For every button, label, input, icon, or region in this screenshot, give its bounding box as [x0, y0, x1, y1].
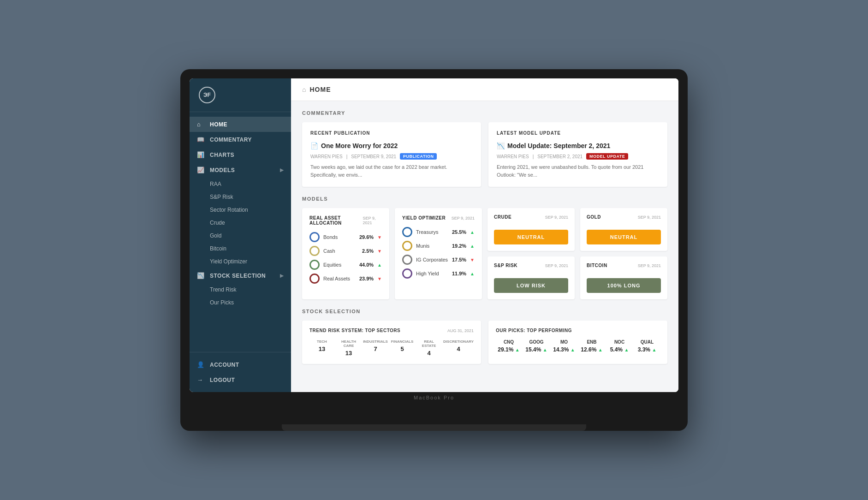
sidebar-item-stock-selection[interactable]: 📉 STOCK SELECTION ▶: [190, 268, 291, 283]
sector-health: HEALTH CARE 13: [336, 339, 361, 357]
sidebar-item-account[interactable]: 👤 ACCOUNT: [190, 357, 291, 372]
model-date: SEP 9, 2021: [545, 215, 568, 220]
model-name: S&P RISK: [494, 263, 517, 268]
model-date: SEP 9, 2021: [363, 216, 382, 225]
alloc-donut: [402, 255, 412, 265]
sidebar-sub-label: Bitcoin: [210, 245, 226, 252]
page-header: ⌂ HOME: [291, 78, 678, 101]
sector-val: 4: [416, 350, 441, 357]
alloc-pct: 29.6%: [359, 234, 374, 240]
sidebar-logo: ЭF: [190, 78, 291, 112]
sector-name: HEALTH CARE: [336, 339, 361, 348]
pub-badge: PUBLICATION: [400, 153, 437, 160]
pick-pct: 3.3% ▲: [634, 346, 660, 353]
sidebar-sub-label: Yield Optimizer: [210, 258, 247, 265]
content-area: COMMENTARY RECENT PUBLICATION 📄 One More…: [291, 101, 678, 392]
sidebar-sub-yield-optimizer[interactable]: Yield Optimizer: [190, 255, 291, 268]
alloc-donut: [309, 274, 320, 284]
logout-icon: →: [197, 376, 205, 383]
pick-ticker: QUAL: [634, 339, 660, 345]
card-header: BITCOIN SEP 9, 2021: [587, 263, 661, 268]
sector-industrials: INDUSTRIALS 7: [363, 339, 388, 357]
pick-pct-value: 12.6%: [581, 346, 596, 353]
charts-icon: 📊: [197, 151, 205, 158]
sector-name: TECH: [309, 339, 334, 344]
model-name: CRUDE: [494, 214, 511, 220]
alloc-pct: 2.5%: [362, 248, 374, 254]
chart-icon: 📉: [497, 142, 505, 149]
sidebar-bottom: 👤 ACCOUNT → LOGOUT: [190, 352, 291, 392]
sidebar-sub-trend-risk[interactable]: Trend Risk: [190, 283, 291, 296]
pub-separator: |: [346, 154, 348, 159]
alloc-row-bonds: Bonds 29.6% ▼: [309, 232, 382, 242]
model-update-meta: WARREN PIES | SEPTEMBER 2, 2021 MODEL UP…: [497, 153, 659, 160]
our-picks-card: OUR PICKS: TOP PERFORMING CNQ 29.1% ▲: [488, 321, 667, 364]
arrow-up-icon: ▲: [470, 244, 475, 249]
pick-ticker: CNQ: [496, 339, 522, 345]
crude-card: CRUDE SEP 9, 2021 NEUTRAL: [488, 208, 575, 251]
latest-model-update-card: LATEST MODEL UPDATE 📉 Model Update: Sept…: [488, 122, 667, 187]
pick-pct: 5.4% ▲: [606, 346, 632, 353]
sidebar-sub-label: S&P Risk: [210, 194, 233, 200]
model-name: GOLD: [587, 214, 601, 220]
bitcoin-card: BITCOIN SEP 9, 2021 100% LONG: [580, 256, 667, 299]
gold-status-button[interactable]: NEUTRAL: [587, 230, 661, 244]
trend-risk-header: TREND RISK SYSTEM: TOP SECTORS AUG 31, 2…: [309, 328, 474, 333]
sidebar-item-label: LOGOUT: [210, 377, 235, 383]
sidebar-sub-sp-risk[interactable]: S&P Risk: [190, 190, 291, 203]
stock-selection-section-title: STOCK SELECTION: [302, 309, 667, 314]
alloc-label: Real Assets: [323, 276, 356, 281]
sidebar-item-logout[interactable]: → LOGOUT: [190, 372, 291, 387]
sp-risk-card: S&P RISK SEP 9, 2021 LOW RISK: [488, 256, 575, 299]
pub-excerpt: Two weeks ago, we laid out the case for …: [310, 163, 473, 179]
our-picks-header: OUR PICKS: TOP PERFORMING: [496, 328, 660, 333]
sidebar-item-commentary[interactable]: 📖 COMMENTARY: [190, 132, 291, 147]
pick-pct: 12.6% ▲: [579, 346, 605, 353]
arrow-down-icon: ▼: [377, 249, 382, 254]
sidebar-sub-gold[interactable]: Gold: [190, 229, 291, 242]
bitcoin-status-button[interactable]: 100% LONG: [587, 278, 661, 293]
alloc-label: Equities: [323, 262, 356, 268]
model-date: SEP 9, 2021: [638, 263, 661, 268]
alloc-row-munis: Munis 19.2% ▲: [402, 241, 475, 251]
alloc-pct: 11.9%: [452, 271, 466, 276]
sidebar-sub-our-picks[interactable]: Our Picks: [190, 296, 291, 309]
alloc-label: Bonds: [323, 234, 356, 240]
trend-risk-title: TREND RISK SYSTEM: TOP SECTORS: [309, 328, 400, 333]
sector-name: REAL ESTATE: [416, 339, 441, 348]
pick-ticker: ENB: [579, 339, 605, 345]
gold-card: GOLD SEP 9, 2021 NEUTRAL: [580, 208, 667, 251]
chevron-right-icon: ▶: [280, 167, 284, 173]
model-name: YIELD OPTIMIZER: [402, 215, 446, 220]
sidebar-item-label: STOCK SELECTION: [210, 273, 266, 279]
sidebar-sub-bitcoin[interactable]: Bitcoin: [190, 242, 291, 255]
pick-pct-value: 5.4%: [610, 346, 623, 353]
arrow-up-icon: ▲: [543, 347, 547, 352]
sidebar-sub-sector-rotation[interactable]: Sector Rotation: [190, 203, 291, 216]
pub-title-text: One More Worry for 2022: [321, 142, 398, 149]
trend-risk-card: TREND RISK SYSTEM: TOP SECTORS AUG 31, 2…: [302, 321, 481, 364]
sidebar-sub-label: Sector Rotation: [210, 207, 248, 213]
sp-risk-status-button[interactable]: LOW RISK: [494, 278, 568, 293]
pick-pct-value: 3.3%: [638, 346, 650, 353]
sector-name: INDUSTRIALS: [363, 339, 388, 344]
arrow-up-icon: ▲: [571, 347, 575, 352]
pick-ticker: GOOG: [523, 339, 549, 345]
page-title: HOME: [309, 86, 331, 93]
model-date: SEP 9, 2021: [638, 215, 661, 220]
chevron-right-icon: ▶: [280, 273, 284, 278]
arrow-down-icon: ▼: [470, 257, 475, 262]
sidebar-sub-raa[interactable]: RAA: [190, 178, 291, 190]
pub-author: WARREN PIES: [310, 154, 343, 159]
crude-status-button[interactable]: NEUTRAL: [494, 230, 568, 244]
alloc-row-treasurys: Treasurys 25.5% ▲: [402, 227, 475, 237]
model-update-author: WARREN PIES: [497, 154, 529, 159]
alloc-row-equities: Equities 44.0% ▲: [309, 260, 382, 270]
sidebar-item-models[interactable]: 📈 MODELS ▶: [190, 162, 291, 178]
alloc-row-high-yield: High Yield 11.9% ▲: [402, 268, 475, 279]
model-date: SEP 9, 2021: [545, 263, 568, 268]
sidebar-item-home[interactable]: ⌂ HOME: [190, 117, 291, 132]
sidebar-item-label: HOME: [210, 121, 227, 128]
sidebar-item-charts[interactable]: 📊 CHARTS: [190, 147, 291, 162]
sidebar-sub-crude[interactable]: Crude: [190, 216, 291, 229]
